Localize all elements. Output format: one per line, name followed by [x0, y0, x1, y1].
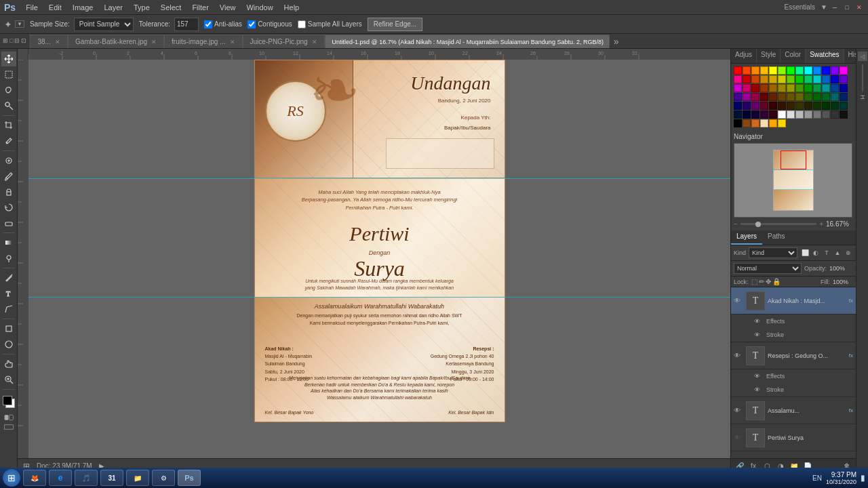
layers-tab-layers[interactable]: Layers	[731, 230, 762, 245]
swatch-#66cc00[interactable]	[787, 75, 795, 83]
show-desktop-btn[interactable]: ▮	[861, 473, 865, 483]
swatch-#6600cc[interactable]	[840, 75, 848, 83]
swatch-#332200[interactable]	[787, 102, 795, 110]
canvas-area[interactable]: -2 0 2 4 6 8 10 12 14 16 18 20 22 24 26 …	[18, 49, 730, 473]
layer-eye-assalamu[interactable]: 👁	[734, 407, 743, 414]
sample-all-label[interactable]: Sample All Layers	[298, 20, 362, 28]
panel-tab-style[interactable]: Style	[757, 49, 781, 63]
swatch-#8800ff[interactable]	[831, 66, 839, 75]
lock-transparent-icon[interactable]: ⬚	[751, 278, 757, 285]
screen-mode-icon[interactable]: □	[9, 37, 13, 44]
swatch-#003311[interactable]	[831, 102, 839, 110]
menu-edit[interactable]: Edit	[44, 2, 66, 13]
lock-pixels-icon[interactable]: ✏	[759, 278, 764, 285]
zoom-tool[interactable]	[1, 372, 16, 387]
swatch-#006666[interactable]	[831, 93, 839, 101]
arrange-icon[interactable]: ⊞	[3, 37, 8, 44]
swatch-#ff8800[interactable]	[751, 66, 760, 75]
swatch-#330011[interactable]	[769, 110, 777, 119]
menu-file[interactable]: File	[21, 2, 43, 13]
history-strip-label[interactable]: H	[859, 95, 866, 100]
filter-select[interactable]: Kind	[749, 247, 797, 258]
menu-image[interactable]: Image	[68, 2, 98, 13]
swatch-#993300[interactable]	[760, 84, 768, 92]
swatch-#001133[interactable]	[734, 110, 742, 119]
swatch-#ffd700[interactable]	[778, 119, 786, 127]
sample-size-select[interactable]: Point Sample	[74, 18, 134, 31]
swatch-#990000[interactable]	[751, 84, 760, 92]
taskbar-ie[interactable]: e	[49, 470, 72, 486]
swatch-#0000ff[interactable]	[822, 66, 830, 75]
swatch-#000000[interactable]	[734, 119, 742, 127]
tab-untitled[interactable]: Untitled-1.psd @ 16.7% (Akad Nikah : Mas…	[325, 35, 610, 48]
effect-eye-2[interactable]: 👁	[754, 373, 764, 380]
swatch-#331100[interactable]	[778, 102, 786, 110]
wand-options[interactable]: ▼	[15, 20, 24, 28]
tabs-overflow-button[interactable]: »	[610, 35, 623, 48]
swatch-#cc8800[interactable]	[760, 75, 768, 83]
swatch-#88ff00[interactable]	[778, 66, 786, 75]
layer-eye-resepsi[interactable]: 👁	[734, 352, 743, 359]
foreground-background-colors[interactable]	[1, 394, 16, 409]
swatch-#330000[interactable]	[769, 102, 777, 110]
swatch-#ffbb00[interactable]	[760, 66, 768, 75]
filter-smart-icon[interactable]: ⊕	[844, 248, 853, 258]
swatch-#cc0000[interactable]	[743, 75, 751, 83]
layer-pertiwi[interactable]: 👁 T Pertiwi Surya	[731, 424, 856, 451]
swatch-#ff0088[interactable]	[734, 75, 742, 83]
dodge-tool[interactable]	[1, 251, 16, 266]
swatch-#111111[interactable]	[840, 110, 848, 119]
swatch-#0088ff[interactable]	[813, 66, 821, 75]
swatch-#777777[interactable]	[813, 110, 821, 119]
swatch-#006600[interactable]	[813, 93, 821, 101]
swatch-#226600[interactable]	[804, 93, 812, 101]
swatch-#998800[interactable]	[778, 84, 786, 92]
zoom-in-icon[interactable]: +	[819, 220, 823, 228]
path-select-tool[interactable]	[1, 302, 16, 317]
menu-type[interactable]: Type	[129, 2, 155, 13]
swatch-#999999[interactable]	[804, 110, 812, 119]
swatch-#cccc00[interactable]	[778, 75, 786, 83]
move-tool[interactable]	[1, 52, 16, 66]
layer-resepsi[interactable]: 👁 T Resepsi : Gedung O... fx	[731, 342, 856, 369]
crop-tool[interactable]	[1, 118, 16, 133]
blend-mode-select[interactable]: Normal	[734, 263, 802, 274]
swatch-#555555[interactable]	[822, 110, 830, 119]
taskbar-app2[interactable]: ⚙	[152, 470, 175, 486]
layers-tab-paths[interactable]: Paths	[762, 230, 791, 245]
swatch-#00ffff[interactable]	[804, 66, 812, 75]
close-button[interactable]: ✕	[854, 3, 864, 12]
swatch-#0000cc[interactable]	[831, 75, 839, 83]
filter-pixel-icon[interactable]: ⬜	[800, 248, 810, 258]
gradient-tool[interactable]	[1, 235, 16, 250]
filter-adjust-icon[interactable]: ◐	[811, 248, 821, 258]
magic-wand-tool[interactable]: ✦	[4, 19, 12, 30]
taskbar-media[interactable]: 🎵	[75, 470, 98, 486]
swatch-#ff4400[interactable]	[743, 66, 751, 75]
stamp-tool[interactable]	[1, 184, 16, 199]
swatch-#662200[interactable]	[769, 93, 777, 101]
swatch-#009944[interactable]	[813, 84, 821, 92]
swatch-#ffff00[interactable]	[769, 66, 777, 75]
swatch-#cc00cc[interactable]	[734, 84, 742, 92]
effect-eye-stroke-2[interactable]: 👁	[754, 386, 764, 393]
anti-alias-label[interactable]: Anti-alias	[204, 20, 242, 28]
tab-batik[interactable]: Gambar-Batik-keren.jpg ✕	[68, 35, 164, 48]
view-mode-icon[interactable]: ⊟	[14, 37, 20, 44]
panel-tab-swatches[interactable]: Swatches	[806, 49, 844, 63]
lock-position-icon[interactable]: ✥	[766, 278, 771, 285]
foreground-color[interactable]	[3, 396, 12, 405]
swatch-#006622[interactable]	[822, 93, 830, 101]
filter-type-icon[interactable]: T	[822, 248, 831, 258]
swatch-#003300[interactable]	[822, 102, 830, 110]
menu-filter[interactable]: Filter	[187, 2, 213, 13]
swatch-#003333[interactable]	[840, 102, 848, 110]
swatch-#990099[interactable]	[743, 93, 751, 101]
swatch-#333333[interactable]	[831, 110, 839, 119]
swatch-#000066[interactable]	[734, 102, 742, 110]
3d-tool[interactable]	[1, 337, 16, 352]
screen-mode-btn[interactable]	[1, 423, 16, 431]
lock-all-icon[interactable]: 🔒	[772, 278, 781, 285]
swatch-#220066[interactable]	[743, 102, 751, 110]
taskbar-calendar[interactable]: 31	[100, 470, 123, 486]
